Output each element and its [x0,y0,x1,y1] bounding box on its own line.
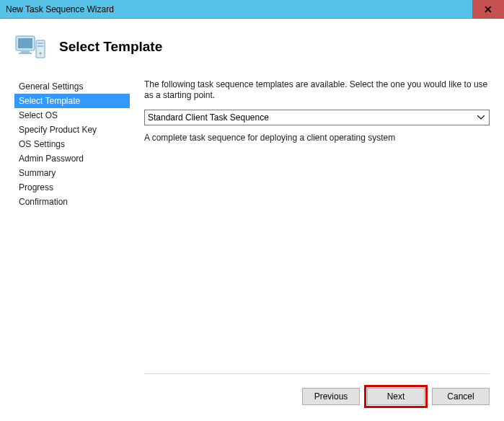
template-description: A complete task sequence for deploying a… [144,133,490,143]
sidebar-item-select-os[interactable]: Select OS [14,108,130,123]
template-select[interactable]: Standard Client Task Sequence [144,110,490,125]
close-icon: ✕ [484,4,492,15]
previous-button[interactable]: Previous [302,388,360,405]
sidebar-item-specify-product-key[interactable]: Specify Product Key [14,123,130,137]
next-button-highlight: Next [364,385,428,408]
computer-icon [14,32,46,62]
svg-rect-3 [19,53,32,54]
wizard-body: General Settings Select Template Select … [0,69,504,365]
sidebar-item-label: OS Settings [19,139,65,149]
svg-rect-1 [18,38,32,48]
wizard-header: Select Template [0,19,504,69]
instruction-text: The following task sequence templates ar… [144,79,490,101]
sidebar-item-label: Admin Password [19,154,84,164]
sidebar-item-label: Specify Product Key [19,125,97,135]
sidebar-item-confirmation[interactable]: Confirmation [14,195,130,209]
sidebar-item-os-settings[interactable]: OS Settings [14,137,130,151]
wizard-main: The following task sequence templates ar… [130,79,490,365]
sidebar-item-label: Confirmation [19,197,68,207]
cancel-button[interactable]: Cancel [432,388,490,405]
page-title: Select Template [59,39,162,55]
svg-rect-2 [21,51,30,53]
sidebar-item-label: Progress [19,182,53,192]
footer-divider [144,373,490,374]
window-title: New Task Sequence Wizard [6,4,114,14]
sidebar-item-progress[interactable]: Progress [14,180,130,195]
wizard-footer: Previous Next Cancel [302,385,490,408]
sidebar-item-label: Select Template [19,96,80,106]
sidebar-item-summary[interactable]: Summary [14,166,130,180]
sidebar-item-label: Select OS [19,110,58,120]
sidebar-item-label: Summary [19,168,56,178]
titlebar: New Task Sequence Wizard ✕ [0,0,504,19]
close-button[interactable]: ✕ [472,0,504,19]
svg-rect-5 [37,43,43,44]
sidebar-item-label: General Settings [19,81,83,92]
sidebar-item-general-settings[interactable]: General Settings [14,79,130,94]
wizard-steps-sidebar: General Settings Select Template Select … [14,79,130,365]
next-button[interactable]: Next [367,388,425,405]
svg-rect-6 [37,45,43,47]
sidebar-item-admin-password[interactable]: Admin Password [14,151,130,166]
sidebar-item-select-template[interactable]: Select Template [14,94,130,108]
svg-point-7 [40,53,42,55]
